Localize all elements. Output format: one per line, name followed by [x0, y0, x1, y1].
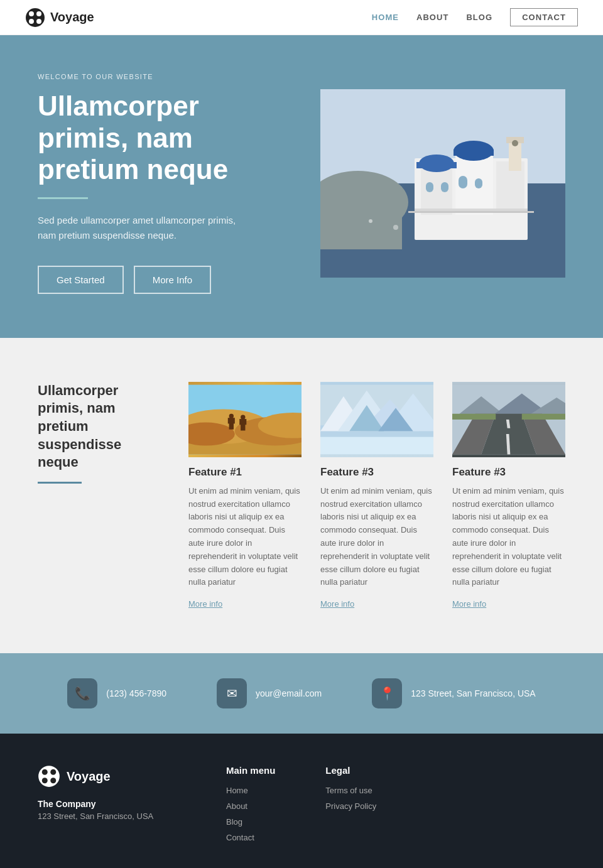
- feature-card-3: Feature #3 Ut enim ad minim veniam, quis…: [452, 382, 565, 609]
- footer-terms[interactable]: Terms of use: [325, 786, 376, 795]
- svg-rect-26: [415, 209, 528, 211]
- footer-legal-title: Legal: [325, 765, 376, 776]
- nav-blog[interactable]: BLOG: [466, 13, 492, 22]
- footer-company: The Company: [38, 799, 176, 809]
- feature-desc-1: Ut enim ad minim veniam, quis nostrud ex…: [188, 485, 302, 589]
- svg-rect-16: [454, 149, 494, 156]
- hero-divider: [38, 197, 88, 199]
- features-title: Ullamcorper primis, nam pretium suspendi…: [38, 382, 163, 472]
- svg-point-24: [369, 219, 372, 223]
- feature-link-1[interactable]: More info: [188, 599, 222, 609]
- logo-icon: [25, 8, 45, 28]
- svg-point-36: [229, 414, 234, 418]
- svg-point-60: [38, 766, 60, 787]
- svg-rect-58: [452, 414, 496, 420]
- svg-rect-20: [426, 182, 433, 192]
- hero-title: Ullamcorper primis, nam pretium neque: [38, 90, 283, 186]
- feature-desc-2: Ut enim ad minim veniam, quis nostrud ex…: [320, 485, 433, 589]
- svg-rect-27: [408, 211, 534, 213]
- footer-logo: Voyage: [38, 765, 176, 788]
- footer-link-about[interactable]: About: [226, 801, 275, 811]
- footer-logo-text: Voyage: [67, 769, 111, 784]
- main-nav: HOME ABOUT BLOG CONTACT: [372, 8, 578, 26]
- logo-text: Voyage: [50, 10, 94, 24]
- features-intro: Ullamcorper primis, nam pretium suspendi…: [38, 382, 163, 609]
- footer-address: 123 Street, San Francisco, USA: [38, 811, 176, 821]
- feature-link-3[interactable]: More info: [452, 599, 486, 609]
- footer: Voyage The Company 123 Street, San Franc…: [0, 734, 603, 868]
- feature-link-2[interactable]: More info: [320, 599, 354, 609]
- svg-rect-22: [459, 176, 467, 188]
- contact-info-bar: 📞 (123) 456-7890 ✉ your@email.com 📍 123 …: [0, 653, 603, 734]
- feature-desc-3: Ut enim ad minim veniam, quis nostrud ex…: [452, 485, 565, 589]
- svg-rect-23: [475, 178, 482, 188]
- svg-rect-8: [320, 187, 402, 249]
- footer-privacy[interactable]: Privacy Policy: [325, 801, 376, 811]
- svg-point-2: [36, 11, 41, 16]
- svg-point-0: [26, 8, 45, 27]
- svg-point-25: [393, 225, 398, 230]
- phone-icon: 📞: [67, 678, 97, 708]
- svg-rect-38: [239, 419, 246, 425]
- feature-image-1: [188, 382, 302, 457]
- svg-point-63: [42, 778, 48, 783]
- nav-contact-button[interactable]: CONTACT: [510, 8, 578, 26]
- features-grid: Feature #1 Ut enim ad minim veniam, quis…: [188, 382, 565, 609]
- contact-address-item: 📍 123 Street, San Francisco, USA: [372, 678, 535, 708]
- footer-main-menu: Main menu Home About Blog Contact: [226, 765, 275, 849]
- footer-top: Voyage The Company 123 Street, San Franc…: [38, 765, 565, 849]
- footer-link-home[interactable]: Home: [226, 786, 275, 795]
- svg-rect-21: [441, 182, 448, 192]
- svg-rect-48: [320, 437, 433, 454]
- svg-point-64: [50, 778, 56, 783]
- feature-name-2: Feature #3: [320, 466, 433, 479]
- footer-logo-icon: [38, 765, 60, 788]
- svg-point-39: [241, 415, 245, 419]
- svg-point-61: [42, 769, 48, 775]
- feature-name-3: Feature #3: [452, 466, 565, 479]
- contact-email-item: ✉ your@email.com: [217, 678, 322, 708]
- get-started-button[interactable]: Get Started: [38, 266, 124, 294]
- feature-card-1: Feature #1 Ut enim ad minim veniam, quis…: [188, 382, 302, 609]
- svg-rect-15: [416, 162, 457, 168]
- hero-content: WELCOME TO OUR WEBSITE Ullamcorper primi…: [38, 73, 283, 294]
- more-info-button[interactable]: More Info: [134, 266, 211, 294]
- footer-brand: Voyage The Company 123 Street, San Franc…: [38, 765, 176, 849]
- svg-point-62: [50, 769, 56, 775]
- svg-point-4: [36, 19, 41, 24]
- footer-link-contact[interactable]: Contact: [226, 833, 275, 842]
- svg-rect-35: [228, 418, 235, 423]
- svg-point-19: [512, 140, 518, 146]
- feature-image-2: [320, 382, 433, 457]
- footer-main-menu-title: Main menu: [226, 765, 275, 776]
- hero-buttons: Get Started More Info: [38, 266, 283, 294]
- hero-description: Sed pede ullamcorper amet ullamcorper pr…: [38, 213, 251, 243]
- phone-text: (123) 456-7890: [106, 688, 166, 698]
- feature-name-1: Feature #1: [188, 466, 302, 479]
- footer-legal: Legal Terms of use Privacy Policy: [325, 765, 376, 849]
- hero-section: WELCOME TO OUR WEBSITE Ullamcorper primi…: [0, 35, 603, 338]
- email-text: your@email.com: [256, 688, 322, 698]
- logo[interactable]: Voyage: [25, 8, 94, 28]
- hero-image: [320, 89, 565, 278]
- address-text: 123 Street, San Francisco, USA: [411, 688, 535, 698]
- feature-image-3: [452, 382, 565, 457]
- feature-card-2: Feature #3 Ut enim ad minim veniam, quis…: [320, 382, 433, 609]
- nav-about[interactable]: ABOUT: [416, 13, 448, 22]
- hero-welcome: WELCOME TO OUR WEBSITE: [38, 73, 283, 80]
- email-icon: ✉: [217, 678, 247, 708]
- contact-phone-item: 📞 (123) 456-7890: [67, 678, 166, 708]
- footer-link-blog[interactable]: Blog: [226, 817, 275, 827]
- svg-point-3: [29, 19, 34, 24]
- svg-rect-59: [522, 414, 565, 420]
- features-divider: [38, 482, 82, 484]
- location-icon: 📍: [372, 678, 402, 708]
- features-section: Ullamcorper primis, nam pretium suspendi…: [0, 338, 603, 653]
- svg-point-1: [29, 11, 34, 16]
- nav-home[interactable]: HOME: [372, 13, 399, 22]
